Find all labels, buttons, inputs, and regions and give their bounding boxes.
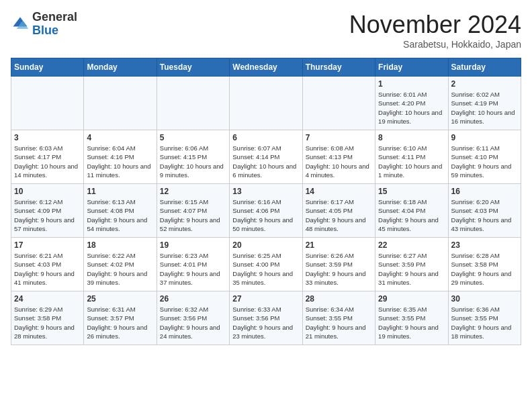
day-number: 16 — [451, 187, 518, 196]
header-sunday: Sunday — [11, 58, 84, 77]
day-info: Sunrise: 6:15 AM Sunset: 4:07 PM Dayligh… — [160, 197, 226, 233]
header-row: SundayMondayTuesdayWednesdayThursdayFrid… — [11, 58, 521, 77]
week-row-1: 1Sunrise: 6:01 AM Sunset: 4:20 PM Daylig… — [11, 77, 521, 130]
calendar-cell: 12Sunrise: 6:15 AM Sunset: 4:07 PM Dayli… — [157, 184, 229, 238]
page-header: General Blue November 2024 Sarabetsu, Ho… — [11, 11, 521, 50]
calendar-cell: 2Sunrise: 6:02 AM Sunset: 4:19 PM Daylig… — [448, 77, 521, 130]
calendar-cell — [84, 77, 157, 130]
day-number: 3 — [14, 133, 81, 142]
day-number: 25 — [87, 294, 153, 304]
day-info: Sunrise: 6:29 AM Sunset: 3:58 PM Dayligh… — [14, 305, 81, 340]
calendar-cell: 22Sunrise: 6:27 AM Sunset: 3:59 PM Dayli… — [375, 238, 448, 291]
week-row-3: 10Sunrise: 6:12 AM Sunset: 4:09 PM Dayli… — [11, 184, 521, 238]
week-row-4: 17Sunrise: 6:21 AM Sunset: 4:03 PM Dayli… — [11, 238, 521, 291]
day-info: Sunrise: 6:18 AM Sunset: 4:04 PM Dayligh… — [378, 197, 445, 233]
calendar-cell: 29Sunrise: 6:35 AM Sunset: 3:55 PM Dayli… — [375, 291, 448, 345]
day-info: Sunrise: 6:11 AM Sunset: 4:10 PM Dayligh… — [451, 144, 518, 179]
day-number: 29 — [378, 294, 445, 304]
calendar-cell: 4Sunrise: 6:04 AM Sunset: 4:16 PM Daylig… — [84, 130, 157, 184]
day-info: Sunrise: 6:23 AM Sunset: 4:01 PM Dayligh… — [160, 251, 226, 287]
week-row-2: 3Sunrise: 6:03 AM Sunset: 4:17 PM Daylig… — [11, 130, 521, 184]
day-info: Sunrise: 6:01 AM Sunset: 4:20 PM Dayligh… — [378, 90, 445, 126]
day-info: Sunrise: 6:34 AM Sunset: 3:55 PM Dayligh… — [306, 305, 372, 340]
day-info: Sunrise: 6:32 AM Sunset: 3:56 PM Dayligh… — [160, 305, 226, 340]
day-info: Sunrise: 6:16 AM Sunset: 4:06 PM Dayligh… — [232, 197, 299, 233]
day-info: Sunrise: 6:03 AM Sunset: 4:17 PM Dayligh… — [14, 144, 81, 179]
day-info: Sunrise: 6:12 AM Sunset: 4:09 PM Dayligh… — [14, 197, 81, 233]
day-number: 17 — [14, 240, 81, 250]
day-number: 22 — [378, 240, 445, 250]
calendar-cell: 21Sunrise: 6:26 AM Sunset: 3:59 PM Dayli… — [302, 238, 375, 291]
day-number: 23 — [451, 240, 518, 250]
calendar-cell: 15Sunrise: 6:18 AM Sunset: 4:04 PM Dayli… — [375, 184, 448, 238]
calendar-cell: 16Sunrise: 6:20 AM Sunset: 4:03 PM Dayli… — [448, 184, 521, 238]
day-number: 26 — [160, 294, 226, 304]
calendar-cell: 17Sunrise: 6:21 AM Sunset: 4:03 PM Dayli… — [11, 238, 84, 291]
header-saturday: Saturday — [448, 58, 521, 77]
day-info: Sunrise: 6:06 AM Sunset: 4:15 PM Dayligh… — [160, 144, 226, 179]
day-info: Sunrise: 6:02 AM Sunset: 4:19 PM Dayligh… — [451, 90, 518, 126]
week-row-5: 24Sunrise: 6:29 AM Sunset: 3:58 PM Dayli… — [11, 291, 521, 345]
calendar-cell: 8Sunrise: 6:10 AM Sunset: 4:11 PM Daylig… — [375, 130, 448, 184]
calendar-cell: 30Sunrise: 6:36 AM Sunset: 3:55 PM Dayli… — [448, 291, 521, 345]
calendar-cell: 13Sunrise: 6:16 AM Sunset: 4:06 PM Dayli… — [230, 184, 302, 238]
day-info: Sunrise: 6:20 AM Sunset: 4:03 PM Dayligh… — [451, 197, 518, 233]
calendar-cell — [302, 77, 375, 130]
calendar-cell: 11Sunrise: 6:13 AM Sunset: 4:08 PM Dayli… — [84, 184, 157, 238]
calendar-cell: 25Sunrise: 6:31 AM Sunset: 3:57 PM Dayli… — [84, 291, 157, 345]
day-number: 24 — [14, 294, 81, 304]
day-number: 28 — [306, 294, 372, 304]
calendar-cell: 23Sunrise: 6:28 AM Sunset: 3:58 PM Dayli… — [448, 238, 521, 291]
day-number: 21 — [306, 240, 372, 250]
calendar-cell — [157, 77, 229, 130]
logo-icon — [11, 15, 30, 34]
day-number: 7 — [306, 133, 372, 142]
header-tuesday: Tuesday — [157, 58, 229, 77]
header-wednesday: Wednesday — [230, 58, 302, 77]
calendar-cell: 18Sunrise: 6:22 AM Sunset: 4:02 PM Dayli… — [84, 238, 157, 291]
day-info: Sunrise: 6:35 AM Sunset: 3:55 PM Dayligh… — [378, 305, 445, 340]
calendar-cell: 1Sunrise: 6:01 AM Sunset: 4:20 PM Daylig… — [375, 77, 448, 130]
day-info: Sunrise: 6:27 AM Sunset: 3:59 PM Dayligh… — [378, 251, 445, 287]
day-number: 20 — [232, 240, 299, 250]
calendar-cell: 7Sunrise: 6:08 AM Sunset: 4:13 PM Daylig… — [302, 130, 375, 184]
day-info: Sunrise: 6:26 AM Sunset: 3:59 PM Dayligh… — [306, 251, 372, 287]
header-monday: Monday — [84, 58, 157, 77]
day-number: 6 — [232, 133, 299, 142]
calendar-cell: 26Sunrise: 6:32 AM Sunset: 3:56 PM Dayli… — [157, 291, 229, 345]
calendar-cell — [230, 77, 302, 130]
title-block: November 2024 Sarabetsu, Hokkaido, Japan — [349, 11, 521, 50]
day-number: 27 — [232, 294, 299, 304]
day-info: Sunrise: 6:36 AM Sunset: 3:55 PM Dayligh… — [451, 305, 518, 340]
logo-text: General Blue — [32, 11, 77, 38]
calendar-cell: 20Sunrise: 6:25 AM Sunset: 4:00 PM Dayli… — [230, 238, 302, 291]
day-info: Sunrise: 6:07 AM Sunset: 4:14 PM Dayligh… — [232, 144, 299, 179]
location: Sarabetsu, Hokkaido, Japan — [349, 39, 521, 50]
day-info: Sunrise: 6:31 AM Sunset: 3:57 PM Dayligh… — [87, 305, 153, 340]
day-info: Sunrise: 6:10 AM Sunset: 4:11 PM Dayligh… — [378, 144, 445, 179]
day-info: Sunrise: 6:22 AM Sunset: 4:02 PM Dayligh… — [87, 251, 153, 287]
day-number: 15 — [378, 187, 445, 196]
calendar-cell: 14Sunrise: 6:17 AM Sunset: 4:05 PM Dayli… — [302, 184, 375, 238]
day-number: 13 — [232, 187, 299, 196]
calendar-cell: 3Sunrise: 6:03 AM Sunset: 4:17 PM Daylig… — [11, 130, 84, 184]
header-friday: Friday — [375, 58, 448, 77]
day-number: 18 — [87, 240, 153, 250]
calendar-cell: 5Sunrise: 6:06 AM Sunset: 4:15 PM Daylig… — [157, 130, 229, 184]
calendar-cell: 19Sunrise: 6:23 AM Sunset: 4:01 PM Dayli… — [157, 238, 229, 291]
day-info: Sunrise: 6:13 AM Sunset: 4:08 PM Dayligh… — [87, 197, 153, 233]
logo: General Blue — [11, 11, 77, 38]
day-number: 14 — [306, 187, 372, 196]
day-info: Sunrise: 6:33 AM Sunset: 3:56 PM Dayligh… — [232, 305, 299, 340]
calendar-cell — [11, 77, 84, 130]
day-info: Sunrise: 6:21 AM Sunset: 4:03 PM Dayligh… — [14, 251, 81, 287]
day-number: 30 — [451, 294, 518, 304]
calendar-cell: 24Sunrise: 6:29 AM Sunset: 3:58 PM Dayli… — [11, 291, 84, 345]
day-number: 10 — [14, 187, 81, 196]
day-number: 4 — [87, 133, 153, 142]
day-number: 2 — [451, 79, 518, 89]
calendar-cell: 6Sunrise: 6:07 AM Sunset: 4:14 PM Daylig… — [230, 130, 302, 184]
month-title: November 2024 — [349, 11, 521, 39]
day-number: 8 — [378, 133, 445, 142]
calendar-cell: 10Sunrise: 6:12 AM Sunset: 4:09 PM Dayli… — [11, 184, 84, 238]
